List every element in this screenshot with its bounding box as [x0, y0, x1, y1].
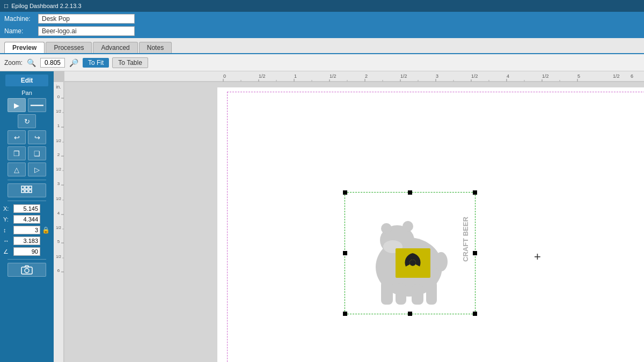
svg-rect-18 [426, 280, 437, 305]
handle-bl[interactable] [343, 312, 347, 316]
lock-icon[interactable]: 🔒 [42, 226, 50, 234]
toolbar-divider2 [8, 201, 46, 201]
edit-button[interactable]: Edit [5, 75, 48, 86]
to-fit-button[interactable]: To Fit [83, 58, 109, 68]
zoom-value[interactable]: 0.805 [40, 58, 65, 68]
canvas[interactable]: CRAFT BEER BREWING COMPANY + [64, 82, 644, 362]
toolbar-divider3 [8, 259, 46, 260]
tab-bar: Preview Processes Advanced Notes [0, 38, 644, 54]
h-input[interactable] [13, 237, 40, 245]
machine-row: Machine: Desk Pop [4, 13, 640, 25]
y-label: Y: [3, 216, 12, 223]
line-tool-button[interactable]: ━━━ [28, 98, 46, 112]
y-coord-row: Y: [3, 215, 50, 224]
paste-button[interactable]: ❑ [28, 146, 46, 160]
copy-button[interactable]: ❐ [8, 146, 26, 160]
angle-label: ∠ [3, 248, 12, 255]
svg-rect-4 [25, 190, 28, 193]
refresh-tool-button[interactable]: ↻ [18, 114, 36, 128]
svg-rect-16 [396, 283, 406, 305]
handle-br[interactable] [473, 312, 477, 316]
svg-point-21 [409, 260, 416, 266]
work-area: CRAFT BEER BREWING COMPANY + [217, 87, 644, 362]
main-area: Edit Pan ▶ ━━━ ↻ ↩ ↪ ❐ ❑ △ ▷ [0, 71, 644, 362]
x-label: X: [3, 205, 12, 212]
beer-logo[interactable]: CRAFT BEER BREWING COMPANY [350, 197, 470, 309]
crosshair-cursor: + [534, 251, 541, 263]
handle-mr[interactable] [473, 251, 477, 255]
svg-rect-2 [29, 186, 32, 189]
copy-tools-row: ❐ ❑ [8, 146, 46, 160]
undo-button[interactable]: ↩ [8, 130, 26, 144]
tab-processes[interactable]: Processes [46, 42, 92, 53]
camera-icon [21, 265, 33, 275]
tab-notes[interactable]: Notes [139, 42, 172, 53]
x-coord-row: X: [3, 204, 50, 213]
svg-text:CRAFT BEER: CRAFT BEER [462, 217, 470, 262]
y-input[interactable] [13, 215, 40, 224]
flip-v-button[interactable]: ▷ [28, 162, 46, 176]
handle-ml[interactable] [343, 251, 347, 255]
grid-icon [21, 186, 33, 195]
undo-redo-row: ↩ ↪ [8, 130, 46, 144]
tab-advanced[interactable]: Advanced [93, 42, 137, 53]
svg-rect-5 [29, 190, 32, 193]
app-icon: □ [4, 2, 8, 10]
handle-tr[interactable] [473, 190, 477, 195]
toolbar-divider [8, 180, 46, 180]
info-bar: Machine: Desk Pop Name: Beer-logo.ai [0, 12, 644, 38]
flip-h-button[interactable]: △ [8, 162, 26, 176]
w-input[interactable] [13, 226, 40, 234]
zoom-out-button[interactable]: 🔍 [26, 58, 37, 67]
zoom-bar: Zoom: 🔍 0.805 🔎 To Fit To Table [0, 54, 644, 71]
refresh-tools-row: ↻ [18, 114, 36, 128]
pan-label: Pan [21, 90, 32, 96]
h-label: ↔ [3, 238, 12, 244]
angle-input[interactable] [13, 247, 40, 256]
ruler-left: in. [54, 82, 64, 362]
h-coord-row: ↔ [3, 237, 50, 245]
svg-point-13 [402, 221, 413, 232]
ruler-unit-label: in. [55, 83, 60, 88]
svg-point-19 [435, 252, 448, 271]
name-label: Name: [4, 27, 34, 35]
select-tools-row: ▶ ━━━ [8, 98, 46, 112]
select-tool-button[interactable]: ▶ [8, 98, 26, 112]
handle-bm[interactable] [408, 312, 412, 316]
svg-rect-17 [412, 284, 423, 305]
svg-rect-0 [21, 186, 24, 189]
x-input[interactable] [13, 204, 40, 213]
canvas-container[interactable]: in. [54, 71, 644, 362]
name-row: Name: Beer-logo.ai [4, 25, 640, 37]
w-label: ↕ [3, 227, 12, 233]
svg-point-12 [381, 223, 392, 234]
grid-button[interactable] [8, 183, 46, 197]
tab-preview[interactable]: Preview [4, 42, 45, 53]
angle-coord-row: ∠ [3, 247, 50, 256]
svg-rect-15 [381, 280, 393, 305]
title-bar: □ Epilog Dashboard 2.2.13.3 [0, 0, 644, 12]
to-table-button[interactable]: To Table [112, 57, 148, 68]
name-value[interactable]: Beer-logo.ai [38, 26, 135, 36]
flip-tools-row: △ ▷ [8, 162, 46, 176]
svg-point-7 [25, 269, 29, 273]
app-title: Epilog Dashboard 2.2.13.3 [11, 3, 81, 9]
machine-label: Machine: [4, 15, 34, 23]
zoom-in-button[interactable]: 🔎 [68, 58, 79, 67]
w-coord-row: ↕ 🔒 [3, 226, 50, 234]
logo-svg: CRAFT BEER BREWING COMPANY [350, 197, 470, 309]
svg-rect-1 [25, 186, 28, 189]
handle-tm[interactable] [408, 190, 412, 195]
svg-rect-3 [21, 190, 24, 193]
handle-tl[interactable] [343, 190, 347, 195]
redo-button[interactable]: ↪ [28, 130, 46, 144]
zoom-label: Zoom: [4, 59, 23, 67]
machine-value[interactable]: Desk Pop [38, 14, 135, 24]
left-toolbar: Edit Pan ▶ ━━━ ↻ ↩ ↪ ❐ ❑ △ ▷ [0, 71, 54, 362]
ruler-top [64, 71, 644, 82]
camera-button[interactable] [8, 263, 46, 277]
